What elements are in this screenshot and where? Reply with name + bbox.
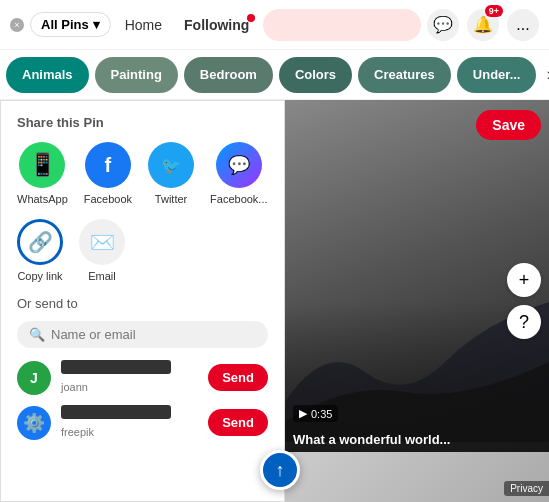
messenger-label: Facebook...: [210, 193, 267, 205]
main-area: Share this Pin 📱 WhatsApp f Facebook 🐦 T…: [0, 100, 549, 502]
twitter-icon: 🐦: [148, 142, 194, 188]
categories-next-btn[interactable]: ›: [542, 64, 549, 85]
following-nav-link[interactable]: Following: [176, 13, 257, 37]
cat-tab-bedroom[interactable]: Bedroom: [184, 57, 273, 93]
share-icons-row2: 🔗 Copy link ✉️ Email: [17, 219, 268, 282]
facebook-share-btn[interactable]: f Facebook: [84, 142, 132, 205]
privacy-label: Privacy: [504, 481, 549, 496]
pin-image-area: Save ▶ 0:35 What a wonderful world... + …: [285, 100, 549, 502]
contact-avatar-freepik: ⚙️: [17, 406, 51, 440]
or-send-to-label: Or send to: [17, 296, 268, 311]
play-icon: ▶: [299, 407, 307, 420]
contact-list: J joann Send ⚙️ freepik Send: [17, 360, 268, 440]
contact-name-block-joann: joann: [61, 360, 198, 395]
messages-icon-btn[interactable]: 💬: [427, 9, 459, 41]
share-panel-title: Share this Pin: [17, 115, 268, 130]
send-btn-freepik[interactable]: Send: [208, 409, 268, 436]
bell-icon: 🔔: [473, 15, 493, 34]
recipient-search-input[interactable]: [51, 327, 256, 342]
share-fab-icon: ↑: [276, 460, 285, 481]
contact-sub-joann: joann: [61, 381, 88, 393]
freepik-avatar-icon: ⚙️: [23, 412, 45, 434]
category-tabs: Animals Painting Bedroom Colors Creature…: [0, 50, 549, 100]
action-buttons: + ?: [507, 263, 541, 339]
search-bar[interactable]: [263, 9, 421, 41]
contact-avatar-joann: J: [17, 361, 51, 395]
more-options-btn[interactable]: ...: [507, 9, 539, 41]
whatsapp-share-btn[interactable]: 📱 WhatsApp: [17, 142, 68, 205]
email-label: Email: [88, 270, 116, 282]
messenger-share-btn[interactable]: 💬 Facebook...: [210, 142, 267, 205]
contact-item-joann: J joann Send: [17, 360, 268, 395]
notifications-icon-btn[interactable]: 🔔 9+: [467, 9, 499, 41]
copy-link-label: Copy link: [17, 270, 62, 282]
copy-link-icon: 🔗: [17, 219, 63, 265]
copy-link-btn[interactable]: 🔗 Copy link: [17, 219, 63, 282]
save-pin-btn[interactable]: Save: [476, 110, 541, 140]
email-icon: ✉️: [79, 219, 125, 265]
contact-sub-freepik: freepik: [61, 426, 94, 438]
cat-tab-underwater[interactable]: Under...: [457, 57, 537, 93]
top-nav: × All Pins ▾ Home Following 💬 🔔 9+ ...: [0, 0, 549, 50]
email-share-btn[interactable]: ✉️ Email: [79, 219, 125, 282]
contact-item-freepik: ⚙️ freepik Send: [17, 405, 268, 440]
question-btn[interactable]: ?: [507, 305, 541, 339]
pin-caption: What a wonderful world...: [293, 432, 541, 447]
more-icon: ...: [516, 16, 529, 34]
tab-close-btn[interactable]: ×: [10, 18, 24, 32]
add-btn[interactable]: +: [507, 263, 541, 297]
home-nav-link[interactable]: Home: [117, 13, 170, 37]
share-panel: Share this Pin 📱 WhatsApp f Facebook 🐦 T…: [0, 100, 285, 502]
recipient-search-wrap[interactable]: 🔍: [17, 321, 268, 348]
cat-tab-creatures[interactable]: Creatures: [358, 57, 451, 93]
chevron-down-icon: ▾: [93, 17, 100, 32]
share-fab-btn[interactable]: ↑: [260, 450, 300, 490]
notifications-badge: 9+: [485, 5, 503, 17]
messenger-icon: 💬: [216, 142, 262, 188]
cat-tab-painting[interactable]: Painting: [95, 57, 178, 93]
twitter-share-btn[interactable]: 🐦 Twitter: [148, 142, 194, 205]
contact-name-redacted-freepik: [61, 405, 171, 419]
facebook-label: Facebook: [84, 193, 132, 205]
cat-tab-animals[interactable]: Animals: [6, 57, 89, 93]
messages-icon: 💬: [433, 15, 453, 34]
contact-name-block-freepik: freepik: [61, 405, 198, 440]
all-pins-dropdown[interactable]: All Pins ▾: [30, 12, 111, 37]
cat-tab-colors[interactable]: Colors: [279, 57, 352, 93]
following-nav-wrap: Following: [176, 16, 257, 34]
following-notification-dot: [247, 14, 255, 22]
contact-name-redacted-joann: [61, 360, 171, 374]
video-duration-badge: ▶ 0:35: [293, 405, 338, 422]
whatsapp-icon: 📱: [19, 142, 65, 188]
facebook-icon: f: [85, 142, 131, 188]
share-icons-row: 📱 WhatsApp f Facebook 🐦 Twitter 💬: [17, 142, 268, 205]
search-icon: 🔍: [29, 327, 45, 342]
twitter-label: Twitter: [155, 193, 187, 205]
whatsapp-label: WhatsApp: [17, 193, 68, 205]
send-btn-joann[interactable]: Send: [208, 364, 268, 391]
nav-icons-group: 💬 🔔 9+ ...: [427, 9, 539, 41]
